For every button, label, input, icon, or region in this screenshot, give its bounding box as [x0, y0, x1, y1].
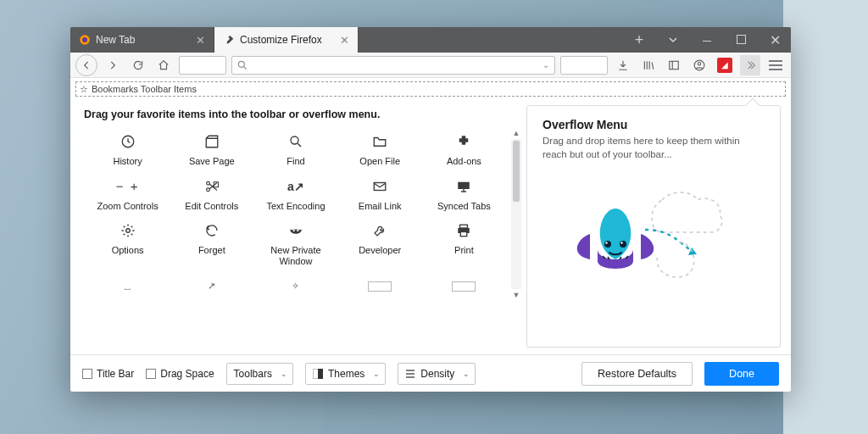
url-bar[interactable]: ⌄ [231, 56, 555, 75]
restore-defaults-button[interactable]: Restore Defaults [581, 362, 693, 386]
undo-icon [204, 221, 220, 240]
palette-item-partial[interactable]: ✧ [255, 274, 336, 299]
palette-item-partial[interactable] [424, 274, 504, 299]
palette-item-email-link[interactable]: Email Link [340, 174, 420, 215]
palette-item-find[interactable]: Find [255, 129, 336, 170]
svg-point-19 [604, 241, 611, 248]
tab-label: New Tab [96, 34, 135, 46]
print-icon [456, 221, 471, 240]
palette-item-partial[interactable]: ↗ [171, 274, 252, 299]
svg-point-21 [605, 242, 607, 243]
svg-rect-3 [670, 61, 679, 69]
monitor-icon [456, 177, 471, 196]
palette-item-developer[interactable]: Developer [340, 218, 420, 270]
chevron-down-icon: ⌄ [373, 370, 380, 378]
customize-palette: History Save Page Find Open File Add-ons… [81, 129, 511, 299]
chevron-down-icon[interactable]: ⌄ [542, 60, 549, 70]
home-button[interactable] [153, 55, 174, 75]
palette-item-private-window[interactable]: New Private Window [255, 218, 336, 270]
text-icon: a↗ [287, 177, 304, 196]
tab-new-tab[interactable]: New Tab ✕ [70, 27, 214, 53]
palette-item-addons[interactable]: Add-ons [424, 129, 504, 170]
overflow-button[interactable] [740, 55, 760, 75]
palette-item-edit-controls[interactable]: Edit Controls [171, 174, 252, 215]
svg-point-7 [291, 136, 298, 144]
palette-item-save-page[interactable]: Save Page [171, 129, 252, 170]
overflow-title: Overflow Menu [542, 118, 765, 131]
palette-scrollbar[interactable]: ▲ ▼ [511, 129, 521, 299]
instruction-text: Drag your favorite items into the toolba… [84, 108, 520, 120]
palette-item-options[interactable]: Options [87, 218, 168, 270]
svg-point-2 [238, 61, 244, 67]
nav-toolbar: ⌄ ◢ [70, 53, 791, 78]
scroll-up-icon[interactable]: ▲ [513, 129, 520, 137]
density-dropdown[interactable]: Density⌄ [398, 363, 476, 385]
done-button[interactable]: Done [704, 362, 779, 386]
reload-button[interactable] [128, 55, 148, 75]
mask-icon [288, 221, 303, 240]
puzzle-icon [456, 132, 471, 151]
palette-item-print[interactable]: Print [424, 218, 504, 270]
history-icon [120, 132, 136, 151]
close-icon[interactable]: ✕ [340, 34, 349, 47]
downloads-button[interactable] [613, 55, 633, 75]
palette-item-history[interactable]: History [87, 129, 168, 170]
themes-dropdown[interactable]: Themes⌄ [305, 363, 386, 385]
svg-point-5 [698, 62, 701, 65]
account-button[interactable] [689, 55, 709, 75]
star-icon: ☆ [80, 84, 88, 95]
palette-item-synced-tabs[interactable]: Synced Tabs [424, 174, 504, 215]
chevron-down-icon: ⌄ [281, 370, 287, 378]
library-button[interactable] [638, 55, 659, 75]
tab-customize[interactable]: Customize Firefox ✕ [214, 27, 359, 53]
wrench-icon [372, 221, 387, 240]
dragspace-checkbox[interactable]: Drag Space [146, 368, 214, 380]
flexible-space[interactable] [179, 56, 226, 75]
overflow-panel[interactable]: Overflow Menu Drag and drop items here t… [526, 105, 781, 348]
svg-point-14 [293, 230, 295, 231]
close-icon[interactable]: ✕ [196, 34, 205, 47]
firefox-window: New Tab ✕ Customize Firefox ✕ + ✕ ⌄ [70, 27, 791, 392]
svg-point-20 [620, 241, 626, 248]
palette-item-open-file[interactable]: Open File [340, 129, 420, 170]
customize-footer: Title Bar Drag Space Toolbars⌄ Themes⌄ D… [70, 354, 791, 392]
back-button[interactable] [75, 54, 97, 76]
window-minimize-button[interactable] [696, 34, 718, 47]
titlebar-checkbox[interactable]: Title Bar [82, 368, 134, 380]
forward-button[interactable] [103, 55, 123, 75]
theme-icon [313, 369, 323, 379]
zoom-icon: − + [116, 177, 140, 196]
palette-item-text-encoding[interactable]: a↗Text Encoding [255, 174, 336, 215]
density-icon [405, 369, 415, 379]
search-icon [288, 132, 303, 151]
palette-item-zoom[interactable]: − +Zoom Controls [87, 174, 168, 215]
search-bar[interactable] [560, 56, 608, 75]
scroll-down-icon[interactable]: ▼ [513, 291, 520, 299]
save-icon [204, 132, 220, 151]
menu-button[interactable] [765, 55, 786, 75]
new-tab-button[interactable]: + [628, 31, 650, 49]
sidebar-button[interactable] [664, 55, 684, 75]
chevron-down-icon: ⌄ [463, 370, 470, 378]
window-maximize-button[interactable] [730, 34, 752, 47]
palette-item-forget[interactable]: Forget [171, 218, 252, 270]
firefox-icon [79, 34, 91, 46]
palette-item-partial[interactable]: ⎵ [87, 274, 168, 299]
mail-icon [372, 177, 387, 196]
tab-bar: New Tab ✕ Customize Firefox ✕ + ✕ [70, 27, 791, 53]
tab-label: Customize Firefox [240, 34, 322, 46]
svg-point-13 [125, 229, 130, 233]
search-icon [236, 59, 248, 71]
bookmarks-toolbar-label: Bookmarks Toolbar Items [92, 84, 197, 94]
bookmarks-toolbar-dropzone[interactable]: ☆ Bookmarks Toolbar Items [75, 81, 786, 97]
toolbars-dropdown[interactable]: Toolbars⌄ [226, 363, 293, 385]
svg-point-22 [620, 242, 622, 243]
svg-rect-16 [460, 225, 468, 229]
pocket-button[interactable]: ◢ [715, 55, 735, 75]
svg-point-1 [82, 37, 87, 42]
window-close-button[interactable]: ✕ [764, 32, 786, 48]
paintbrush-icon [223, 34, 235, 46]
tabs-dropdown-button[interactable] [662, 34, 684, 47]
gear-icon [120, 221, 136, 240]
palette-item-partial[interactable] [340, 274, 420, 299]
